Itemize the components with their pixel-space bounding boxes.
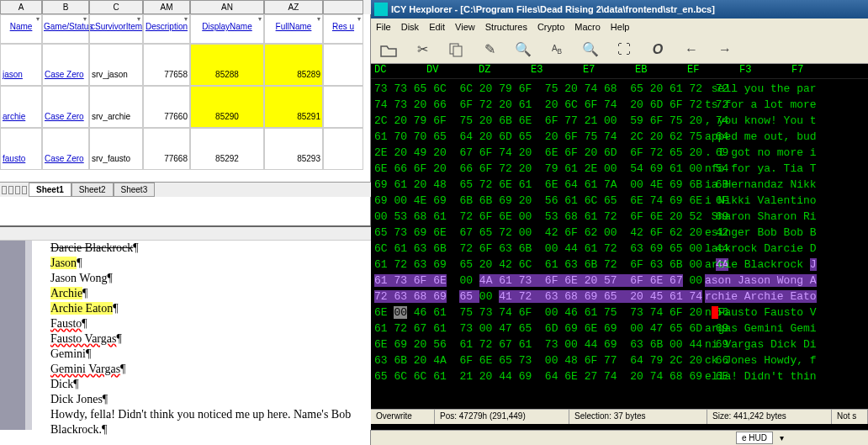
cell-fullname[interactable]: 85289 [264,44,323,86]
gutter [25,241,32,430]
cell-name[interactable]: archie [0,86,42,128]
cell-csurv[interactable]: srv_jason [89,44,143,86]
dropdown-arrow-icon[interactable]: ▾ [780,433,784,442]
dropdown[interactable]: e HUD [736,432,773,444]
table-row: fausto Case Zero srv_fausto 77668 85292 … [0,128,371,170]
open-icon[interactable] [379,40,398,59]
search-icon[interactable]: 🔍 [514,40,532,59]
menu-edit[interactable]: Edit [429,22,445,32]
paragraph[interactable]: Fausto Vargas [50,331,363,347]
cell-extra[interactable] [323,44,363,86]
paragraph[interactable]: Howdy, fella! Didn't think you noticed m… [50,407,363,437]
paragraph[interactable]: Dick [50,377,363,392]
cell-name[interactable]: jason [0,44,42,86]
hdr-fullname[interactable]: FullName [264,14,323,44]
menu-macro[interactable]: Macro [574,22,601,32]
cell-name[interactable]: fausto [0,128,42,170]
cell-dispname[interactable]: 85292 [190,128,264,170]
paragraph[interactable]: Gemini Vargas [50,362,363,377]
menu-help[interactable]: Help [611,22,630,32]
hdr-res[interactable]: Res u [323,14,363,44]
col-header[interactable]: AN [190,0,264,14]
title-text: ICY Hexplorer - [C:\Program Files\Dead R… [391,4,715,14]
tab-sheet1[interactable]: Sheet1 [29,183,71,197]
hdr-description[interactable]: Description [143,14,190,44]
sheet-tabs: Sheet1 Sheet2 Sheet3 [0,182,371,197]
titlebar[interactable]: ICY Hexplorer - [C:\Program Files\Dead R… [371,0,868,19]
col-header[interactable]: C [89,0,143,14]
paragraph[interactable]: Fausto [50,316,363,331]
status-pos: Pos: 47279h (291,449) [435,410,569,424]
menu-disk[interactable]: Disk [401,22,419,32]
menu-crypto[interactable]: Crypto [537,22,564,32]
col-header[interactable]: A [0,0,42,14]
paragraph[interactable]: Gemini [50,347,363,362]
toolbar: ✂ ✎ 🔍 AB 🔍 ⛶ O ← → [371,35,868,64]
left-pane: A B C AM AN AZ Name Game/Status cSurvivo… [0,0,371,445]
doc-body[interactable]: Darcie BlackrockJasonJason WongArchieArc… [42,241,371,437]
cell-desc[interactable]: 77658 [143,44,190,86]
nav-side[interactable] [0,241,25,430]
cell-extra[interactable] [323,86,363,128]
circle-icon[interactable]: O [648,40,667,59]
menu-file[interactable]: File [376,22,391,32]
hex-body[interactable]: 73 73 65 6C 6C 20 79 6F 75 20 74 68 65 2… [371,79,868,409]
menubar: File Disk Edit View Structures Crypto Ma… [371,19,868,35]
cell-fullname[interactable]: 85291 [264,86,323,128]
paragraph[interactable]: Archie [50,286,363,301]
paragraph[interactable]: Darcie Blackrock [50,241,363,256]
cell-extra[interactable] [323,128,363,170]
status-extra: Not s [832,410,868,424]
table-row: jason Case Zero srv_jason 77658 85288 85… [0,44,371,86]
back-icon[interactable]: ← [682,40,701,59]
forward-icon[interactable]: → [716,40,734,59]
copy-icon[interactable] [447,40,465,59]
cell-game[interactable]: Case Zero [42,44,89,86]
cell-game[interactable]: Case Zero [42,128,89,170]
replace-icon[interactable]: 🔍 [581,40,600,59]
tab-sheet2[interactable]: Sheet2 [71,183,114,197]
hex-ascii[interactable]: sell you the parts for a lot more, you k… [701,79,849,409]
field-header-row: Name Game/Status cSurvivorItem Descripti… [0,14,371,44]
cell-game[interactable]: Case Zero [42,86,89,128]
svg-rect-1 [453,46,462,56]
col-header[interactable]: AM [143,0,190,14]
cell-dispname[interactable]: 85288 [190,44,264,86]
text-search-icon[interactable]: AB [548,40,566,59]
col-header[interactable]: AZ [264,0,323,14]
fullscreen-icon[interactable]: ⛶ [615,40,633,59]
cell-csurv[interactable]: srv_fausto [89,128,143,170]
col-header[interactable]: B [42,0,89,14]
ruler[interactable] [0,227,371,241]
menu-view[interactable]: View [455,22,475,32]
hex-editor-window: ICY Hexplorer - [C:\Program Files\Dead R… [371,0,868,445]
cell-desc[interactable]: 77660 [143,86,190,128]
hdr-displayname[interactable]: DisplayName [190,14,264,44]
cell-csurv[interactable]: srv_archie [89,86,143,128]
hex-bytes[interactable]: 73 73 65 6C 6C 20 79 6F 75 20 74 68 65 2… [371,79,701,409]
paragraph[interactable]: Jason Wong [50,271,363,286]
hex-offset-header: DCDVDZE3E7EBEFF3F7 [371,64,868,79]
menu-structures[interactable]: Structures [485,22,527,32]
paragraph[interactable]: Archie Eaton [50,301,363,316]
tab-nav-buttons[interactable] [0,186,29,194]
app-icon [374,3,388,16]
statusbar: Overwrite Pos: 47279h (291,449) Selectio… [371,409,868,424]
col-header[interactable] [323,0,363,14]
paragraph[interactable]: Dick Jones [50,392,363,407]
hdr-name[interactable]: Name [0,14,42,44]
status-sel: Selection: 37 bytes [569,410,707,424]
cell-fullname[interactable]: 85293 [264,128,323,170]
status-mode: Overwrite [371,410,435,424]
col-headers: A B C AM AN AZ [0,0,371,14]
cell-dispname[interactable]: 85290 [190,86,264,128]
cell-desc[interactable]: 77668 [143,128,190,170]
spreadsheet: A B C AM AN AZ Name Game/Status cSurvivo… [0,0,371,227]
status-size: Size: 441,242 bytes [707,410,832,424]
paragraph[interactable]: Jason [50,256,363,271]
edit-icon[interactable]: ✎ [480,40,499,59]
cut-icon[interactable]: ✂ [413,40,431,59]
tab-sheet3[interactable]: Sheet3 [114,183,156,197]
hdr-game-status[interactable]: Game/Status [42,14,89,44]
hdr-csurvivoritem[interactable]: cSurvivorItem [89,14,143,44]
